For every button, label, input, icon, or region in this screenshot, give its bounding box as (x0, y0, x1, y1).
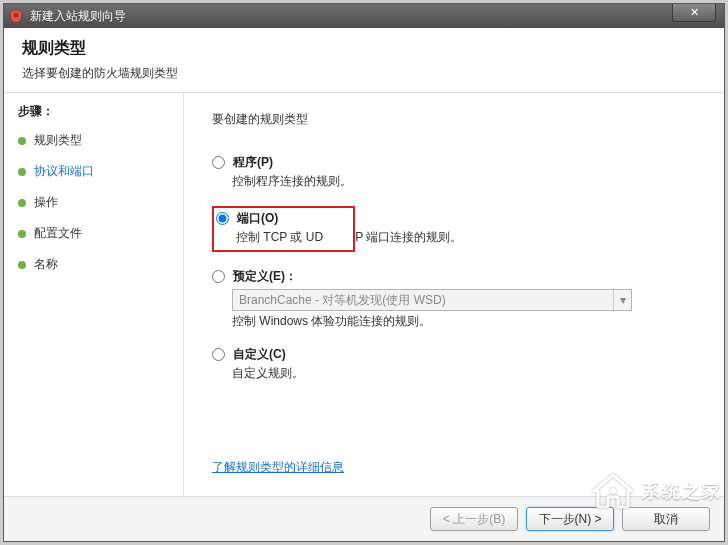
step-label: 规则类型 (34, 132, 82, 149)
option-custom-row[interactable]: 自定义(C) (212, 346, 700, 363)
steps-sidebar: 步骤： 规则类型 协议和端口 操作 配置文件 名称 (4, 93, 184, 496)
step-rule-type[interactable]: 规则类型 (18, 132, 169, 149)
bullet-icon (18, 199, 26, 207)
content-prompt: 要创建的规则类型 (212, 111, 700, 128)
option-custom-desc: 自定义规则。 (232, 365, 700, 382)
titlebar: 新建入站规则向导 ✕ (4, 4, 724, 28)
wizard-footer: < 上一步(B) 下一步(N) > 取消 (4, 496, 724, 541)
option-program: 程序(P) 控制程序连接的规则。 (212, 154, 700, 190)
radio-predefined[interactable] (212, 270, 225, 283)
next-button[interactable]: 下一步(N) > (526, 507, 614, 531)
radio-program[interactable] (212, 156, 225, 169)
step-action[interactable]: 操作 (18, 194, 169, 211)
option-custom-label: 自定义(C) (233, 346, 286, 363)
page-subtitle: 选择要创建的防火墙规则类型 (22, 65, 706, 82)
bullet-icon (18, 137, 26, 145)
back-button[interactable]: < 上一步(B) (430, 507, 518, 531)
cancel-button[interactable]: 取消 (622, 507, 710, 531)
option-predefined-row[interactable]: 预定义(E)： (212, 268, 700, 285)
step-label: 操作 (34, 194, 58, 211)
option-custom: 自定义(C) 自定义规则。 (212, 346, 700, 382)
option-predefined-label: 预定义(E)： (233, 268, 297, 285)
close-button[interactable]: ✕ (672, 4, 716, 22)
option-port-desc-post: P 端口连接的规则。 (355, 230, 462, 244)
window-title: 新建入站规则向导 (30, 8, 126, 25)
page-header: 规则类型 选择要创建的防火墙规则类型 (4, 28, 724, 93)
wizard-body: 步骤： 规则类型 协议和端口 操作 配置文件 名称 要 (4, 93, 724, 496)
step-label: 名称 (34, 256, 58, 273)
step-label: 协议和端口 (34, 163, 94, 180)
close-icon: ✕ (690, 6, 699, 19)
option-program-row[interactable]: 程序(P) (212, 154, 700, 171)
step-label: 配置文件 (34, 225, 82, 242)
highlight-annotation: 端口(O) 控制 TCP 或 UD (212, 206, 355, 252)
bullet-icon (18, 261, 26, 269)
chevron-down-icon: ▾ (613, 290, 631, 310)
learn-more-link[interactable]: 了解规则类型的详细信息 (212, 459, 700, 476)
option-program-label: 程序(P) (233, 154, 273, 171)
step-protocol-port[interactable]: 协议和端口 (18, 163, 169, 180)
radio-port[interactable] (216, 212, 229, 225)
bullet-icon (18, 168, 26, 176)
app-icon (8, 8, 24, 24)
option-port-row[interactable]: 端口(O) (216, 210, 323, 227)
option-port: 端口(O) 控制 TCP 或 UD P 端口连接的规则。 (212, 206, 700, 252)
option-port-label: 端口(O) (237, 210, 278, 227)
option-predefined: 预定义(E)： BranchCache - 对等机发现(使用 WSD) ▾ 控制… (212, 268, 700, 330)
wizard-window: 新建入站规则向导 ✕ 规则类型 选择要创建的防火墙规则类型 步骤： 规则类型 协… (3, 3, 725, 542)
option-predefined-desc: 控制 Windows 体验功能连接的规则。 (232, 313, 700, 330)
content-pane: 要创建的规则类型 程序(P) 控制程序连接的规则。 端口(O) 控制 TCP 或… (184, 93, 724, 496)
step-profile[interactable]: 配置文件 (18, 225, 169, 242)
predefined-combo-value: BranchCache - 对等机发现(使用 WSD) (239, 292, 446, 309)
bullet-icon (18, 230, 26, 238)
svg-rect-0 (14, 13, 18, 17)
option-port-desc-pre: 控制 TCP 或 UD (236, 229, 323, 246)
steps-heading: 步骤： (18, 103, 169, 120)
page-title: 规则类型 (22, 38, 706, 59)
step-name[interactable]: 名称 (18, 256, 169, 273)
predefined-combo[interactable]: BranchCache - 对等机发现(使用 WSD) ▾ (232, 289, 632, 311)
option-program-desc: 控制程序连接的规则。 (232, 173, 700, 190)
radio-custom[interactable] (212, 348, 225, 361)
